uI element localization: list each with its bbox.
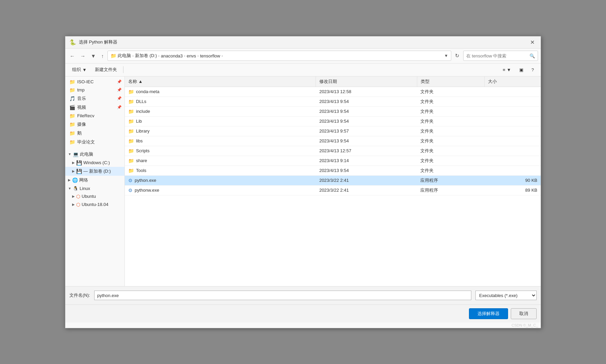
- file-date: 2023/3/22 2:41: [316, 175, 417, 185]
- sidebar-item-e[interactable]: 📁 鹅: [65, 129, 124, 138]
- table-header-row: 名称 ▲ 修改日期 类型 大小: [125, 76, 541, 87]
- sidebar-item-ubuntu[interactable]: ▶ ⬡ Ubuntu: [65, 192, 124, 201]
- file-type: 文件夹: [417, 136, 484, 146]
- table-row[interactable]: ⚙pythonw.exe 2023/3/22 2:41 应用程序 89 KB: [125, 185, 541, 195]
- sidebar-item-video[interactable]: 🎬 视频 📌: [65, 103, 124, 112]
- file-name: include: [136, 109, 150, 114]
- toolbar: 组织 ▼ 新建文件夹 ≡ ▼ ▣ ?: [65, 64, 541, 76]
- sidebar-item-thispc[interactable]: ▼ 💻 此电脑: [65, 150, 124, 159]
- file-size: [485, 136, 541, 146]
- new-folder-button[interactable]: 新建文件夹: [91, 65, 120, 74]
- file-size: [485, 146, 541, 156]
- view-options-button[interactable]: ≡ ▼: [499, 66, 514, 74]
- forward-button[interactable]: →: [79, 52, 87, 60]
- col-name-header[interactable]: 名称 ▲: [125, 76, 316, 87]
- ubuntu-icon: ⬡: [76, 202, 80, 207]
- folder-icon: 📁: [128, 148, 134, 154]
- toolbar-right: ≡ ▼ ▣ ?: [499, 66, 537, 74]
- sidebar-item-network[interactable]: ▶ 🌐 网络: [65, 176, 124, 185]
- file-name: pythonw.exe: [135, 188, 159, 193]
- dialog-buttons: 选择解释器 取消: [65, 305, 541, 323]
- col-type-header[interactable]: 类型: [417, 76, 484, 87]
- cancel-button[interactable]: 取消: [511, 308, 537, 319]
- col-date-header[interactable]: 修改日期: [316, 76, 417, 87]
- sidebar-item-windows[interactable]: ▶ 💾 Windows (C:): [65, 159, 124, 167]
- expand-icon: ▼: [68, 187, 71, 190]
- sidebar-item-linux[interactable]: ▼ 🐧 Linux: [65, 185, 124, 192]
- up-button[interactable]: ↑: [100, 52, 106, 60]
- network-icon: 🌐: [72, 177, 78, 183]
- folder-icon: 📁: [69, 87, 75, 93]
- table-row[interactable]: 📁Scripts 2023/4/13 12:57 文件夹: [125, 146, 541, 156]
- file-date: 2023/4/13 12:57: [316, 146, 417, 156]
- organize-dropdown-icon: ▼: [82, 67, 87, 72]
- file-size: [485, 126, 541, 136]
- sidebar-item-thesis[interactable]: 📁 毕业论文: [65, 138, 124, 146]
- confirm-button[interactable]: 选择解释器: [469, 308, 508, 319]
- table-row[interactable]: 📁DLLs 2023/4/13 9:54 文件夹: [125, 97, 541, 106]
- table-row[interactable]: ⚙python.exe 2023/3/22 2:41 应用程序 90 KB: [125, 175, 541, 185]
- organize-button[interactable]: 组织 ▼: [69, 65, 90, 74]
- sidebar-item-tmp[interactable]: 📁 tmp 📌: [65, 86, 124, 94]
- close-button[interactable]: ✕: [528, 38, 537, 46]
- file-type: 文件夹: [417, 106, 484, 116]
- sidebar-item-isoiec[interactable]: 📁 ISO-IEC 📌: [65, 78, 124, 86]
- video-icon: 🎬: [69, 105, 75, 110]
- expand-icon: ▼: [68, 152, 71, 156]
- file-type: 文件夹: [417, 166, 484, 175]
- file-dialog-window: 🐍 选择 Python 解释器 ✕ ← → ▼ ↑ 📁 此电脑 › 新加卷 (D…: [65, 36, 541, 328]
- help-button[interactable]: ?: [528, 66, 537, 74]
- view-icon: ≡: [503, 67, 505, 72]
- col-size-header[interactable]: 大小: [485, 76, 541, 87]
- file-name: Scripts: [136, 148, 150, 153]
- breadcrumb[interactable]: 📁 此电脑 › 新加卷 (D:) › anaconda3 › envs › te…: [107, 51, 451, 61]
- sidebar-item-filerecv[interactable]: 📁 FileRecv: [65, 112, 124, 120]
- folder-icon: 📁: [69, 122, 75, 127]
- exe-icon: ⚙: [128, 178, 133, 183]
- sidebar-item-newvol[interactable]: ▶ 💾 — 新加卷 (D:): [65, 167, 124, 176]
- file-size: 89 KB: [485, 185, 541, 195]
- folder-icon: 📁: [128, 89, 134, 94]
- search-box[interactable]: 🔍: [463, 51, 538, 61]
- sidebar-item-music[interactable]: 🎵 音乐 📌: [65, 94, 124, 103]
- breadcrumb-anaconda: anaconda3: [161, 53, 183, 58]
- back-button[interactable]: ←: [68, 52, 77, 60]
- table-row[interactable]: 📁share 2023/4/13 9:14 文件夹: [125, 156, 541, 166]
- exe-icon: ⚙: [128, 188, 133, 193]
- expand-icon: ▶: [72, 169, 75, 173]
- linux-icon: 🐧: [73, 186, 78, 191]
- refresh-button[interactable]: ↻: [453, 52, 461, 60]
- file-size: [485, 87, 541, 97]
- sidebar-item-camera[interactable]: 📁 摄像: [65, 120, 124, 129]
- file-date: 2023/4/13 12:58: [316, 87, 417, 97]
- drive-icon: 💾: [76, 169, 82, 174]
- file-size: [485, 97, 541, 106]
- breadcrumb-folder-icon: 📁: [111, 53, 116, 58]
- table-row[interactable]: 📁conda-meta 2023/4/13 12:58 文件夹: [125, 87, 541, 97]
- breadcrumb-envs: envs: [187, 53, 196, 58]
- table-row[interactable]: 📁include 2023/4/13 9:54 文件夹: [125, 106, 541, 116]
- preview-button[interactable]: ▣: [516, 66, 527, 74]
- breadcrumb-dropdown[interactable]: ▼: [444, 53, 448, 58]
- recent-button[interactable]: ▼: [89, 52, 98, 60]
- file-date: 2023/4/13 9:54: [316, 136, 417, 146]
- title-bar: 🐍 选择 Python 解释器 ✕: [65, 36, 541, 49]
- breadcrumb-tensorflow: tensorflow: [200, 53, 220, 58]
- table-row[interactable]: 📁Library 2023/4/13 9:57 文件夹: [125, 126, 541, 136]
- drive-icon: 💾: [76, 160, 82, 166]
- filetype-select[interactable]: Executables (*.exe): [475, 291, 537, 300]
- toolbar-separator: [123, 66, 123, 73]
- sidebar: 📁 ISO-IEC 📌 📁 tmp 📌 🎵 音乐 📌 🎬 视频 📌 📁: [65, 76, 125, 286]
- sidebar-item-ubuntu1804[interactable]: ▶ ⬡ Ubuntu-18.04: [65, 201, 124, 209]
- filename-input[interactable]: [94, 291, 471, 300]
- table-row[interactable]: 📁Tools 2023/4/13 9:54 文件夹: [125, 166, 541, 175]
- file-type: 文件夹: [417, 146, 484, 156]
- search-input[interactable]: [466, 53, 527, 58]
- folder-icon: 📁: [128, 99, 134, 104]
- filename-label: 文件名(N):: [69, 292, 90, 298]
- pin-icon: 📌: [117, 88, 122, 92]
- table-row[interactable]: 📁libs 2023/4/13 9:54 文件夹: [125, 136, 541, 146]
- folder-icon: 📁: [128, 119, 134, 124]
- file-size: [485, 156, 541, 166]
- table-row[interactable]: 📁Lib 2023/4/13 9:54 文件夹: [125, 116, 541, 126]
